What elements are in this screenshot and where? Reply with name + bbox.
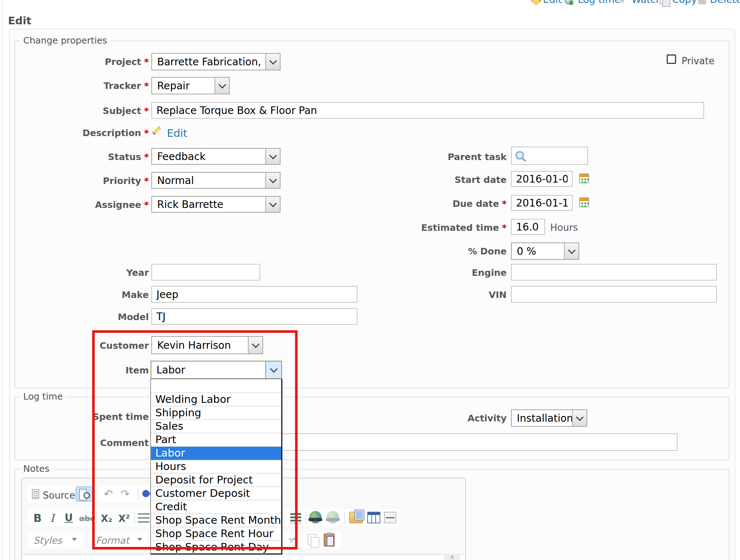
content-left-border xyxy=(2,0,3,560)
priority-select[interactable]: Normal xyxy=(151,172,281,189)
calendar-icon[interactable] xyxy=(579,173,589,183)
priority-label: Priority* xyxy=(15,176,149,186)
year-label: Year xyxy=(15,267,149,278)
percent-done-select[interactable]: 0 % xyxy=(511,242,579,260)
description-edit-link[interactable]: Edit xyxy=(167,127,187,139)
change-properties-legend: Change properties xyxy=(20,35,111,46)
subject-label: Subject* xyxy=(15,106,149,116)
copy-document-icon[interactable] xyxy=(308,534,316,545)
activity-select[interactable]: Installation xyxy=(511,409,587,427)
styles-dropdown-label: Styles xyxy=(33,535,62,546)
make-input[interactable] xyxy=(151,286,357,303)
link-icon[interactable] xyxy=(309,511,322,523)
chevron-down-icon[interactable] xyxy=(214,78,229,94)
chevron-down-icon[interactable] xyxy=(572,410,586,426)
chevron-down-icon[interactable] xyxy=(265,149,280,164)
italic-button[interactable]: I xyxy=(50,512,54,524)
table-icon[interactable] xyxy=(367,512,380,523)
search-icon xyxy=(515,151,524,160)
percent-done-label: % Done xyxy=(370,246,507,257)
chevron-down-icon[interactable] xyxy=(265,173,280,188)
preview-template-button[interactable] xyxy=(75,486,93,502)
chevron-down-icon xyxy=(72,538,77,541)
chevron-down-icon[interactable] xyxy=(265,54,280,70)
assignee-select[interactable]: Rick Barrette xyxy=(151,196,281,213)
chevron-down-icon[interactable] xyxy=(265,197,280,212)
trash-icon xyxy=(698,0,706,4)
private-checkbox[interactable] xyxy=(667,54,676,64)
project-select[interactable]: Barrette Fabrication, LLC xyxy=(151,53,281,70)
unlink-icon[interactable] xyxy=(327,511,339,523)
bold-button[interactable]: B xyxy=(33,512,42,524)
estimated-time-label: Estimated time* xyxy=(370,222,507,233)
log-time-legend: Log time xyxy=(20,391,66,402)
editor-content-area[interactable] xyxy=(23,554,465,560)
context-link-log-time[interactable]: Log time xyxy=(578,0,621,5)
issue-edit-page: Edit Log time ★ Watch Copy Delete Edit C… xyxy=(0,0,740,560)
edit-pencil-icon xyxy=(530,0,541,6)
tracker-label: Tracker* xyxy=(15,81,149,91)
annotation-red-rectangle xyxy=(92,330,298,549)
image-icon[interactable] xyxy=(349,512,363,523)
year-input[interactable] xyxy=(151,264,260,281)
assignee-label: Assignee* xyxy=(15,200,149,210)
engine-label: Engine xyxy=(370,267,507,278)
chevron-down-icon[interactable] xyxy=(564,243,578,259)
status-select[interactable]: Feedback xyxy=(151,148,281,165)
description-label: Description* xyxy=(15,128,149,138)
calendar-icon[interactable] xyxy=(579,197,589,207)
hours-suffix: Hours xyxy=(550,222,578,233)
due-date-label: Due date* xyxy=(370,199,507,209)
context-link-edit[interactable]: Edit xyxy=(543,0,562,5)
activity-label: Activity xyxy=(370,413,507,424)
model-input[interactable] xyxy=(151,308,357,325)
vin-input[interactable] xyxy=(511,286,717,303)
log-time-clock-icon xyxy=(565,0,573,4)
page-title: Edit xyxy=(8,15,31,27)
watch-star-icon: ★ xyxy=(618,0,626,4)
start-date-input[interactable] xyxy=(511,171,573,187)
parent-task-label: Parent task xyxy=(370,152,507,162)
vin-label: VIN xyxy=(370,290,507,300)
engine-input[interactable] xyxy=(511,264,717,281)
horizontal-rule-icon[interactable] xyxy=(384,512,396,523)
pencil-icon xyxy=(152,125,163,136)
tracker-select[interactable]: Repair xyxy=(151,77,230,94)
notes-legend: Notes xyxy=(20,463,53,474)
context-link-delete[interactable]: Delete xyxy=(710,0,740,5)
estimated-time-input[interactable] xyxy=(511,219,545,235)
status-label: Status* xyxy=(15,152,149,162)
start-date-label: Start date xyxy=(370,175,507,185)
source-button[interactable]: Source xyxy=(43,490,75,501)
make-label: Make xyxy=(15,290,149,300)
context-link-watch[interactable]: Watch xyxy=(631,0,662,5)
toolbar-collapse-button[interactable]: ∧ xyxy=(444,554,460,560)
context-link-copy[interactable]: Copy xyxy=(672,0,697,5)
model-label: Model xyxy=(15,312,149,322)
project-label: Project* xyxy=(15,57,149,67)
due-date-input[interactable] xyxy=(511,195,573,211)
subject-input[interactable] xyxy=(151,102,704,119)
private-label: Private xyxy=(682,56,715,66)
insert-group xyxy=(285,509,401,526)
underline-button[interactable]: U xyxy=(65,512,73,524)
copy-icon xyxy=(660,0,668,4)
paste-clipboard-icon[interactable] xyxy=(324,534,335,547)
source-document-icon xyxy=(32,489,39,499)
